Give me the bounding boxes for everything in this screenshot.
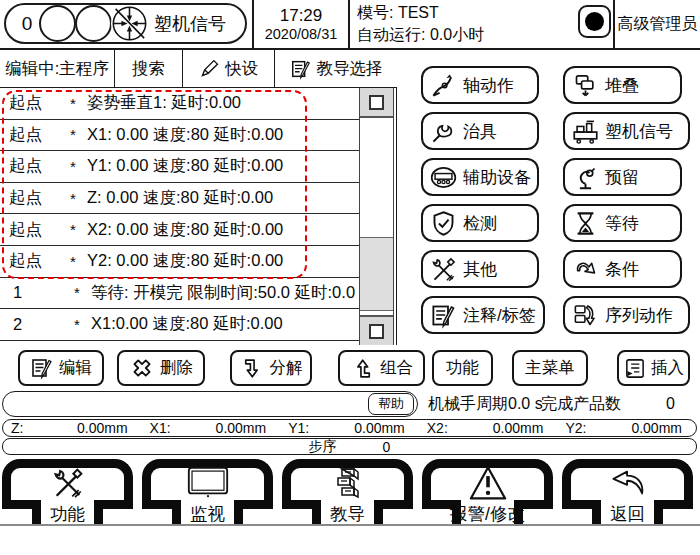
- return-arrow-icon: [562, 465, 693, 500]
- done-value-text: 0: [666, 395, 675, 413]
- action-button-axis-motion[interactable]: 轴动作: [421, 66, 539, 104]
- power-dot: [585, 12, 604, 31]
- row-index: 起点: [0, 155, 59, 177]
- counter-value: 0: [14, 13, 40, 35]
- action-button-other[interactable]: 其他: [421, 250, 539, 288]
- action-button-machine-signal[interactable]: 塑机信号: [563, 112, 690, 150]
- axis-name: Y1:: [280, 420, 309, 436]
- row-index: 起点: [0, 124, 59, 146]
- machine-signal-badge: 0 塑机信号: [4, 3, 247, 44]
- row-index: 2: [0, 315, 63, 334]
- mold-number-label: 模号: TEST: [357, 3, 572, 23]
- sequence-arrow-icon: [572, 302, 599, 329]
- action-button-auxiliary[interactable]: 辅助设备: [421, 158, 539, 196]
- row-index: 起点: [0, 92, 59, 114]
- action-button-sequence[interactable]: 序列动作: [563, 296, 690, 334]
- axis-x2: X2: 0.00mm: [419, 420, 558, 436]
- action-button-comment-label[interactable]: 注释/标签: [421, 296, 545, 334]
- user-role-label[interactable]: 高级管理员: [613, 0, 700, 48]
- action-label: 治具: [463, 120, 497, 143]
- row-flag: *: [59, 158, 87, 175]
- axis-y2: Y2: 0.00mm: [557, 420, 696, 436]
- nav-monitor-button[interactable]: 监视: [142, 459, 273, 524]
- auxiliary-device-icon: [430, 164, 457, 191]
- crossed-tools-icon: [430, 256, 457, 283]
- action-button-wait[interactable]: 等待: [563, 204, 682, 242]
- action-button-detect[interactable]: 检测: [421, 204, 539, 242]
- nav-function-button[interactable]: 功能: [2, 459, 133, 524]
- step-value: 0: [383, 439, 391, 455]
- insert-label: 插入: [651, 357, 684, 379]
- axis-x1: X1: 0.00mm: [142, 420, 281, 436]
- scroll-up-icon: [369, 95, 384, 110]
- crossed-tools-icon: [2, 465, 133, 500]
- row-flag: *: [63, 284, 91, 301]
- cycle-time-block: 机械手周期 0.0 s: [428, 391, 543, 417]
- main-menu-button[interactable]: 主菜单: [512, 350, 588, 386]
- combine-button[interactable]: 组合: [338, 350, 425, 386]
- insert-button[interactable]: 插入: [617, 350, 690, 386]
- row-flag: *: [59, 126, 87, 143]
- robot-arm-icon: [572, 164, 599, 191]
- program-row-1[interactable]: 起点 * 姿势垂直1: 延时:0.00: [0, 88, 359, 120]
- scroll-down-button[interactable]: [360, 315, 393, 345]
- robot-controller-screen: 0 塑机信号 17:29 2020/08/31 模号: TEST 自动运行: 0…: [0, 0, 700, 555]
- nav-function-label: 功能: [2, 502, 133, 526]
- row-content: Y1: 0.00 速度:80 延时:0.00: [87, 155, 359, 177]
- search-button[interactable]: 搜索: [115, 50, 183, 87]
- decompose-button[interactable]: 分解: [230, 350, 312, 386]
- row-flag: *: [63, 316, 91, 333]
- help-label: 帮助: [378, 395, 404, 413]
- help-button[interactable]: 帮助: [368, 393, 414, 415]
- drawer-cabinet-icon: [282, 465, 413, 500]
- function-button[interactable]: 功能: [432, 350, 493, 386]
- mold-info-block: 模号: TEST 自动运行: 0.0小时: [357, 3, 572, 45]
- row-content: Y2: 0.00 速度:80 延时:0.00: [87, 250, 359, 272]
- program-row-3[interactable]: 起点 * Y1: 0.00 速度:80 延时:0.00: [0, 151, 359, 183]
- top-status-bar: 0 塑机信号 17:29 2020/08/31 模号: TEST 自动运行: 0…: [0, 0, 700, 50]
- black-circle-icon[interactable]: [578, 5, 611, 38]
- quick-set-label: 快设: [225, 58, 258, 80]
- edit-button[interactable]: 编辑: [18, 350, 104, 386]
- main-menu-label: 主菜单: [525, 357, 575, 379]
- teach-select-button[interactable]: 教导选择: [275, 50, 397, 87]
- delete-button[interactable]: 删除: [117, 350, 205, 386]
- program-row-5[interactable]: 起点 * X2: 0.00 速度:80 延时:0.00: [0, 214, 359, 246]
- action-label: 辅助设备: [463, 166, 531, 189]
- nav-monitor-label: 监视: [142, 502, 273, 526]
- nav-alarm-modify-button[interactable]: 报警/修改: [422, 459, 553, 524]
- nav-teach-label: 教导: [282, 502, 413, 526]
- step-label: 步序: [309, 438, 337, 456]
- arrow-up-step-icon: [350, 356, 375, 381]
- insert-page-icon: [623, 357, 646, 380]
- nav-return-button[interactable]: 返回: [562, 459, 693, 524]
- axis-position-bar: Z: 0.00mm X1: 0.00mm Y1: 0.00mm X2: 0.00…: [2, 419, 697, 437]
- editing-label-text: 编辑中:主程序: [5, 58, 109, 80]
- edit-tab-row: 编辑中:主程序 搜索 快设 教导选择: [0, 50, 397, 88]
- scroll-up-button[interactable]: [360, 88, 393, 118]
- editing-program-label: 编辑中:主程序: [0, 50, 115, 87]
- program-row-8[interactable]: 2 * X1:0.00 速度:80 延时:0.00: [0, 309, 359, 341]
- program-row-6[interactable]: 起点 * Y2: 0.00 速度:80 延时:0.00: [0, 246, 359, 278]
- program-step-list: 起点 * 姿势垂直1: 延时:0.00 起点 * X1: 0.00 速度:80 …: [0, 88, 397, 345]
- row-flag: *: [59, 221, 87, 238]
- status-lamp-2: [75, 5, 112, 42]
- row-content: 等待: 开模完 限制时间:50.0 延时:0.0: [91, 282, 359, 304]
- action-button-stack[interactable]: 堆叠: [563, 66, 682, 104]
- axis-value: 0.00mm: [448, 420, 558, 436]
- axis-motion-icon: [430, 72, 457, 99]
- axis-value: 0.00mm: [586, 420, 696, 436]
- quick-set-button[interactable]: 快设: [183, 50, 275, 87]
- program-row-2[interactable]: 起点 * X1: 0.00 速度:80 延时:0.00: [0, 120, 359, 152]
- notepad-pencil-icon: [290, 58, 312, 80]
- program-row-7[interactable]: 1 * 等待: 开模完 限制时间:50.0 延时:0.0: [0, 278, 359, 310]
- action-button-jig[interactable]: 治具: [421, 112, 539, 150]
- nav-teach-button[interactable]: 教导: [282, 459, 413, 524]
- action-button-reserved[interactable]: 预留: [563, 158, 682, 196]
- hourglass-icon: [572, 210, 599, 237]
- program-row-4[interactable]: 起点 * Z: 0.00 速度:80 延时:0.00: [0, 183, 359, 215]
- scrollbar-thumb[interactable]: [360, 237, 393, 311]
- time-value: 17:29: [280, 6, 323, 26]
- action-button-condition[interactable]: 条件: [563, 250, 682, 288]
- status-lamp-1: [39, 5, 76, 42]
